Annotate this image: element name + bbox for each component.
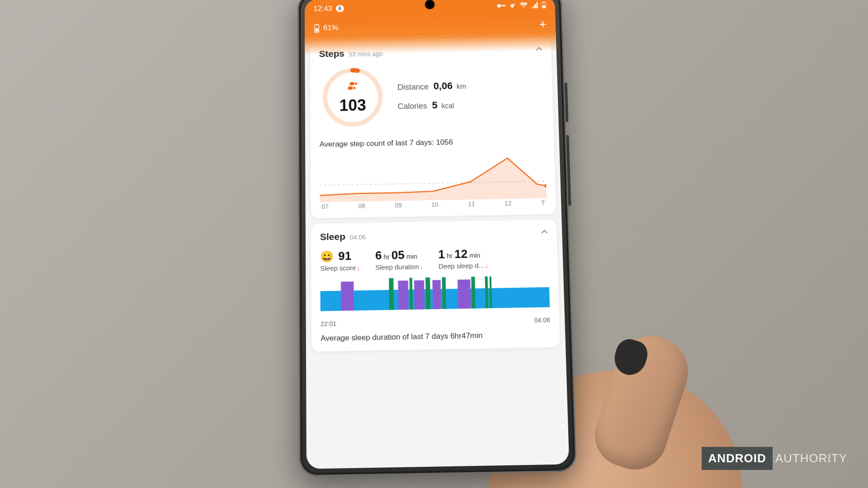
trend-down-icon: ↓ xyxy=(420,263,423,270)
sleep-title: Sleep xyxy=(320,231,345,243)
distance-metric: Distance 0,06 km xyxy=(397,80,466,93)
svg-rect-24 xyxy=(471,277,476,308)
svg-rect-18 xyxy=(410,278,413,310)
svg-rect-19 xyxy=(414,280,425,310)
smiley-icon: 😀 xyxy=(320,250,334,263)
svg-rect-15 xyxy=(341,282,354,311)
footsteps-icon xyxy=(347,80,358,94)
sleep-score: 😀91 Sleep score↓ xyxy=(320,249,360,272)
steps-weekly-chart xyxy=(320,150,547,202)
steps-card[interactable]: Steps 53 mins ago 103 xyxy=(310,37,556,218)
svg-rect-16 xyxy=(389,278,394,310)
steps-ring: 103 xyxy=(319,64,387,131)
svg-rect-22 xyxy=(442,277,446,309)
signal-icon xyxy=(531,2,538,8)
step-count: 103 xyxy=(339,96,366,115)
device-battery-icon xyxy=(314,23,320,33)
screen: 12:43 6 xyxy=(305,0,569,469)
svg-rect-23 xyxy=(458,279,471,309)
sleep-time: 04:06 xyxy=(350,234,366,241)
add-button[interactable]: + xyxy=(539,17,547,32)
battery-icon xyxy=(542,2,546,9)
trend-down-icon: ↓ xyxy=(485,263,488,269)
svg-point-10 xyxy=(349,82,355,85)
vpn-icon xyxy=(497,3,506,9)
svg-point-8 xyxy=(348,86,353,90)
svg-rect-1 xyxy=(543,2,545,3)
svg-rect-17 xyxy=(398,281,408,310)
collapse-steps-icon[interactable] xyxy=(535,45,543,55)
steps-avg-text: Average step count of last 7 days: 1056 xyxy=(320,136,545,149)
mute-icon xyxy=(509,2,516,9)
sleep-end: 04:06 xyxy=(534,316,550,324)
svg-point-9 xyxy=(353,86,355,89)
sleep-start: 22:01 xyxy=(321,320,336,328)
calories-metric: Calories 5 kcal xyxy=(398,99,467,112)
collapse-sleep-icon[interactable] xyxy=(540,228,549,238)
steps-title: Steps xyxy=(319,48,344,59)
deep-sleep-duration: 1hr 12min Deep sleep d...↓ xyxy=(438,247,488,270)
notification-badge: 6 xyxy=(336,5,344,12)
sleep-card[interactable]: Sleep 04:06 😀91 Sleep score↓ 6hr 05min S… xyxy=(311,220,560,352)
svg-rect-20 xyxy=(425,277,430,310)
trend-down-icon: ↓ xyxy=(357,265,360,272)
sleep-duration: 6hr 05min Sleep duration↓ xyxy=(375,248,423,271)
svg-point-11 xyxy=(355,82,357,85)
device-battery-pct: 61% xyxy=(323,23,338,33)
svg-rect-21 xyxy=(432,280,441,310)
status-time: 12:43 xyxy=(313,5,332,14)
svg-rect-5 xyxy=(316,28,318,32)
wifi-icon xyxy=(519,2,528,9)
steps-updated: 53 mins ago xyxy=(349,50,382,58)
phone-frame: 12:43 6 xyxy=(297,0,577,477)
watermark: ANDROID AUTHORITY xyxy=(702,447,850,470)
sleep-stages-chart: 22:01 04:06 xyxy=(320,275,550,328)
svg-rect-2 xyxy=(542,5,545,8)
svg-rect-4 xyxy=(316,24,317,25)
sleep-avg-text: Average sleep duration of last 7 days 6h… xyxy=(321,330,551,343)
